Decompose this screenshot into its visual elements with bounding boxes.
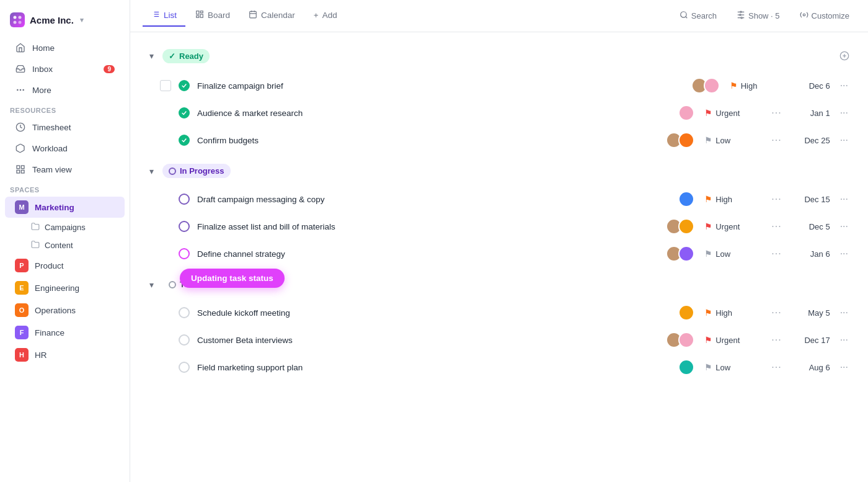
sidebar-item-operations[interactable]: O Operations	[5, 300, 125, 321]
task-dots: ···	[768, 133, 785, 147]
task-status-done[interactable]	[179, 135, 190, 146]
priority-flag-icon: ⚑	[704, 135, 712, 145]
search-button[interactable]: Search	[673, 7, 723, 24]
task-status-circle[interactable]	[179, 194, 190, 205]
priority-badge: ⚑ High	[704, 308, 760, 318]
task-row[interactable]: Finalize asset list and bill of material…	[143, 213, 856, 240]
in-progress-badge[interactable]: In Progress	[162, 164, 231, 178]
priority-badge: ⚑ Urgent	[704, 221, 760, 231]
task-more-btn[interactable]: ···	[838, 106, 851, 120]
sidebar-item-hr[interactable]: H HR	[5, 344, 125, 365]
ready-check-icon: ✓	[169, 51, 175, 61]
task-status-circle[interactable]	[179, 221, 190, 232]
task-more-btn[interactable]: ···	[838, 133, 851, 147]
task-more-btn[interactable]: ···	[838, 306, 851, 319]
show-icon	[737, 11, 745, 21]
ready-badge[interactable]: ✓ Ready	[162, 49, 210, 63]
sidebar-item-home[interactable]: Home	[5, 38, 125, 58]
priority-flag-icon: ⚑	[730, 81, 738, 91]
in-progress-circle-icon	[169, 167, 176, 175]
svg-point-33	[740, 14, 741, 16]
sidebar-item-inbox[interactable]: Inbox 9	[5, 59, 125, 79]
task-status-empty[interactable]	[179, 307, 190, 318]
sidebar-item-campaigns[interactable]: Campaigns	[5, 219, 125, 236]
task-date: Dec 5	[793, 222, 830, 231]
task-status-circle[interactable]	[179, 248, 190, 259]
engineering-badge: E	[15, 281, 29, 295]
logo-icon	[10, 12, 25, 27]
tab-calendar-label: Calendar	[261, 11, 295, 20]
sidebar-item-teamview[interactable]: Team view	[5, 159, 125, 179]
priority-badge: ⚑ High	[704, 194, 760, 204]
sidebar-item-timesheet[interactable]: Timesheet	[5, 117, 125, 137]
finance-label: Finance	[35, 328, 64, 337]
svg-rect-18	[197, 11, 199, 14]
customize-button[interactable]: Customize	[794, 7, 856, 24]
row-checkbox[interactable]	[160, 80, 171, 91]
task-name: Schedule kickoff meeting	[197, 308, 671, 318]
task-avatars	[678, 305, 694, 321]
task-row[interactable]: Schedule kickoff meeting ⚑ High ··· May …	[143, 299, 856, 326]
task-status-done[interactable]	[179, 80, 190, 91]
sidebar-item-finance[interactable]: F Finance	[5, 322, 125, 343]
collapse-in-progress-btn[interactable]: ▾	[145, 165, 157, 177]
avatar	[678, 332, 694, 348]
task-more-btn[interactable]: ···	[838, 79, 851, 92]
calendar-icon	[249, 10, 257, 20]
task-avatars	[678, 191, 694, 207]
tab-calendar[interactable]: Calendar	[240, 5, 304, 27]
sidebar-item-product[interactable]: P Product	[5, 255, 125, 276]
home-icon	[15, 42, 26, 53]
task-status-empty[interactable]	[179, 334, 190, 346]
topbar-actions: Search Show · 5 Customize	[673, 7, 856, 24]
teamview-label: Team view	[32, 165, 72, 174]
priority-badge: ⚑ High	[730, 81, 786, 91]
sidebar-item-marketing[interactable]: M Marketing	[5, 197, 125, 218]
task-date: Dec 25	[793, 136, 830, 145]
sidebar-item-engineering[interactable]: E Engineering	[5, 277, 125, 298]
priority-label: Urgent	[715, 222, 740, 231]
sidebar-item-workload[interactable]: Workload	[5, 138, 125, 158]
tab-add[interactable]: + Add	[305, 6, 346, 26]
avatar	[678, 132, 694, 148]
sidebar-item-more[interactable]: More	[5, 80, 125, 100]
priority-flag-icon: ⚑	[704, 221, 712, 231]
task-status-done[interactable]	[179, 107, 190, 118]
avatar	[678, 305, 694, 321]
task-avatars	[678, 359, 694, 375]
task-status-empty[interactable]	[179, 362, 190, 373]
task-more-btn[interactable]: ···	[838, 247, 851, 261]
svg-point-30	[740, 11, 742, 12]
priority-label: Low	[715, 249, 730, 259]
topbar: List Board Calendar + Add Search	[130, 0, 868, 32]
app-logo[interactable]: Acme Inc. ▾	[0, 7, 130, 37]
task-more-btn[interactable]: ···	[838, 192, 851, 206]
task-row[interactable]: Draft campaign messaging & copy ⚑ High ·…	[143, 185, 856, 213]
show-button[interactable]: Show · 5	[730, 7, 786, 24]
tab-list[interactable]: List	[143, 5, 185, 27]
task-row[interactable]: Finalize campaign brief ⚑ High Dec 6 ···	[143, 72, 856, 99]
updating-status-popup[interactable]: Updating task status	[180, 269, 285, 288]
task-row[interactable]: Customer Beta interviews ⚑ Urgent ··· De…	[143, 326, 856, 354]
priority-label: High	[741, 81, 758, 91]
svg-point-0	[14, 16, 17, 19]
task-row[interactable]: Confirm budgets ⚑ Low ··· Dec 25 ···	[143, 127, 856, 154]
task-avatars	[691, 78, 720, 94]
task-row[interactable]: Field marketing support plan ⚑ Low ··· A…	[143, 354, 856, 381]
resources-section-label: Resources	[0, 100, 130, 117]
task-row[interactable]: Audience & market research ⚑ Urgent ··· …	[143, 99, 856, 127]
priority-label: Low	[715, 136, 730, 145]
tab-board[interactable]: Board	[187, 5, 239, 27]
workload-label: Workload	[32, 144, 68, 153]
collapse-ready-btn[interactable]: ▾	[145, 50, 157, 62]
group-in-progress: ▾ In Progress Draft campaign messaging &…	[143, 159, 856, 267]
add-ready-btn[interactable]	[836, 47, 853, 65]
task-more-btn[interactable]: ···	[838, 333, 851, 347]
task-dots: ···	[768, 306, 785, 319]
task-more-btn[interactable]: ···	[838, 360, 851, 374]
task-dots: ···	[768, 333, 785, 347]
task-row[interactable]: Define channel strategy ⚑ Low ··· Jan 6 …	[143, 240, 856, 267]
tab-board-label: Board	[208, 11, 230, 20]
task-more-btn[interactable]: ···	[838, 220, 851, 233]
sidebar-item-content[interactable]: Content	[5, 237, 125, 254]
